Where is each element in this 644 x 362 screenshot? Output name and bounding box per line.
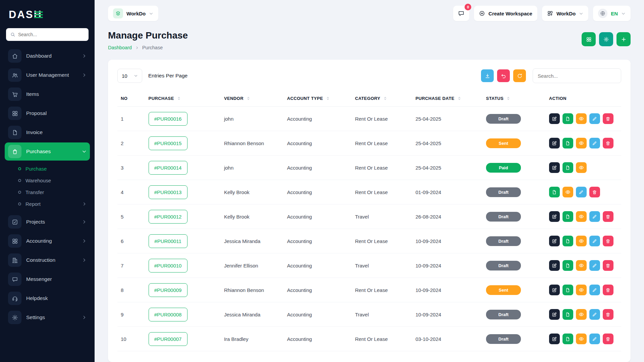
view-button[interactable] <box>576 260 587 271</box>
file-icon <box>565 214 570 219</box>
update-button[interactable] <box>589 334 600 344</box>
duplicate-button[interactable] <box>562 138 573 148</box>
reset-button[interactable] <box>497 69 510 82</box>
page-title: Manage Purchase <box>108 30 188 41</box>
sidebar-subitem-report[interactable]: Report <box>15 198 90 210</box>
duplicate-button[interactable] <box>562 285 573 295</box>
duplicate-button[interactable] <box>562 309 573 320</box>
edit-button[interactable] <box>549 211 560 222</box>
purchase-number-link[interactable]: #PUR00012 <box>149 210 187 224</box>
workspace-dropdown[interactable]: WorkDo <box>542 6 588 21</box>
purchase-number-link[interactable]: #PUR00013 <box>149 185 187 199</box>
edit-button[interactable] <box>549 236 560 246</box>
update-button[interactable] <box>589 285 600 295</box>
column-header-purchase[interactable]: PURCHASE <box>145 90 221 107</box>
sidebar-item-purchases[interactable]: Purchases <box>5 142 90 161</box>
view-button[interactable] <box>576 162 587 173</box>
duplicate-button[interactable] <box>562 236 573 246</box>
duplicate-button[interactable] <box>549 187 560 197</box>
edit-button[interactable] <box>549 113 560 124</box>
duplicate-button[interactable] <box>562 162 573 173</box>
sidebar-item-settings[interactable]: Settings <box>5 308 90 326</box>
column-header-account-type[interactable]: ACCOUNT TYPE <box>284 90 352 107</box>
update-button[interactable] <box>589 309 600 320</box>
sidebar-item-accounting[interactable]: Accounting <box>5 232 90 250</box>
view-button[interactable] <box>576 334 587 344</box>
update-button[interactable] <box>589 113 600 124</box>
duplicate-button[interactable] <box>562 260 573 271</box>
table-search-input[interactable] <box>533 68 621 83</box>
sidebar-item-messenger[interactable]: Messenger <box>5 270 90 288</box>
workspace-selector[interactable]: WorkDo <box>108 6 158 21</box>
view-button[interactable] <box>576 211 587 222</box>
purchase-number-link[interactable]: #PUR00014 <box>149 161 187 175</box>
breadcrumb-dashboard-link[interactable]: Dashboard <box>108 45 132 50</box>
view-button[interactable] <box>576 285 587 295</box>
sidebar-search-input[interactable] <box>18 32 85 37</box>
sidebar-item-helpdesk[interactable]: Helpdesk <box>5 289 90 307</box>
delete-button[interactable] <box>603 236 613 246</box>
duplicate-button[interactable] <box>562 334 573 344</box>
edit-button[interactable] <box>549 334 560 344</box>
language-selector[interactable]: EN <box>593 6 631 21</box>
delete-button[interactable] <box>589 187 600 197</box>
delete-button[interactable] <box>603 309 613 320</box>
update-button[interactable] <box>589 260 600 271</box>
column-header-category[interactable]: CATEGORY <box>352 90 412 107</box>
export-button[interactable] <box>481 69 494 82</box>
edit-button[interactable] <box>549 309 560 320</box>
brand-logo[interactable]: DASH <box>0 6 95 28</box>
sidebar-item-items[interactable]: Items <box>5 85 90 103</box>
purchase-number-link[interactable]: #PUR00010 <box>149 259 187 273</box>
sidebar-subitem-transfer[interactable]: Transfer <box>15 186 90 198</box>
column-header-purchase-date[interactable]: PURCHASE DATE <box>412 90 483 107</box>
edit-button[interactable] <box>549 285 560 295</box>
duplicate-button[interactable] <box>562 113 573 124</box>
update-button[interactable] <box>576 187 587 197</box>
sidebar-item-user-management[interactable]: User Management <box>5 66 90 84</box>
view-button[interactable] <box>576 113 587 124</box>
sidebar-subitem-purchase[interactable]: Purchase <box>15 163 90 175</box>
sidebar-item-proposal[interactable]: Proposal <box>5 104 90 122</box>
delete-button[interactable] <box>603 334 613 344</box>
update-button[interactable] <box>589 236 600 246</box>
edit-button[interactable] <box>549 260 560 271</box>
duplicate-button[interactable] <box>562 211 573 222</box>
refresh-button[interactable] <box>513 69 526 82</box>
view-button[interactable] <box>576 309 587 320</box>
sidebar-subitem-warehouse[interactable]: Warehouse <box>15 175 90 186</box>
sidebar-item-projects[interactable]: Projects <box>5 213 90 231</box>
sidebar-search <box>6 28 89 41</box>
add-purchase-button[interactable] <box>616 32 631 46</box>
purchase-number-link[interactable]: #PUR00007 <box>149 332 187 346</box>
purchase-number-link[interactable]: #PUR00009 <box>149 283 187 297</box>
edit-button[interactable] <box>549 162 560 173</box>
create-workspace-button[interactable]: Create Workspace <box>474 6 537 21</box>
view-button[interactable] <box>576 236 587 246</box>
update-button[interactable] <box>589 138 600 148</box>
column-header-status[interactable]: STATUS <box>483 90 546 107</box>
sidebar-item-dashboard[interactable]: Dashboard <box>5 47 90 65</box>
delete-button[interactable] <box>603 113 613 124</box>
view-button[interactable] <box>562 187 573 197</box>
column-header-action: ACTION <box>546 90 621 107</box>
view-button[interactable] <box>576 138 587 148</box>
delete-button[interactable] <box>603 211 613 222</box>
update-button[interactable] <box>589 211 600 222</box>
eye-icon <box>579 287 584 293</box>
edit-button[interactable] <box>549 138 560 148</box>
sidebar-item-invoice[interactable]: Invoice <box>5 123 90 141</box>
messages-button[interactable]: 0 <box>453 6 469 21</box>
purchase-number-link[interactable]: #PUR00011 <box>149 234 187 248</box>
grid-view-button[interactable] <box>582 32 596 46</box>
delete-button[interactable] <box>603 138 613 148</box>
purchase-number-link[interactable]: #PUR00016 <box>149 112 187 126</box>
settings-button[interactable] <box>599 32 613 46</box>
column-header-vendor[interactable]: VENDOR <box>221 90 284 107</box>
delete-button[interactable] <box>603 285 613 295</box>
entries-per-page-select[interactable]: 10 <box>117 69 142 83</box>
sidebar-item-construction[interactable]: Construction <box>5 251 90 269</box>
delete-button[interactable] <box>603 260 613 271</box>
purchase-number-link[interactable]: #PUR00008 <box>149 308 187 321</box>
purchase-number-link[interactable]: #PUR00015 <box>149 136 187 150</box>
